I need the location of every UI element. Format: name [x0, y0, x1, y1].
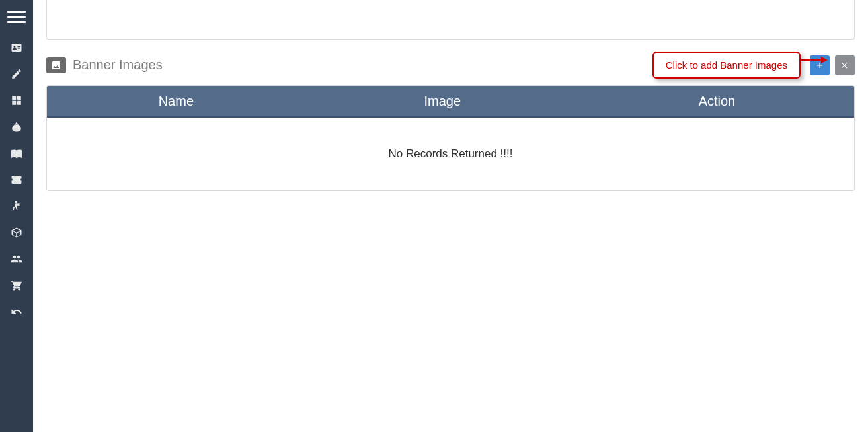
upper-panel-placeholder	[46, 0, 855, 40]
panel-actions: Click to add Banner Images	[652, 52, 855, 79]
svg-point-0	[54, 63, 55, 64]
package-icon	[11, 227, 22, 241]
nav-list	[0, 36, 33, 326]
id-card-icon	[11, 42, 22, 56]
close-icon	[840, 59, 849, 72]
sidebar-item-book[interactable]	[0, 141, 33, 168]
column-header-action: Action	[580, 94, 854, 109]
edit-note-icon	[11, 68, 22, 83]
sidebar-item-cart[interactable]	[0, 273, 33, 300]
panel-header: Banner Images Click to add Banner Images	[46, 52, 855, 79]
panel-title-group: Banner Images	[46, 57, 163, 73]
sidebar-item-users[interactable]	[0, 247, 33, 273]
image-icon	[46, 57, 66, 73]
sidebar-item-package[interactable]	[0, 221, 33, 247]
sidebar-item-edit[interactable]	[0, 62, 33, 89]
column-header-name: Name	[47, 94, 305, 109]
main-content: Banner Images Click to add Banner Images	[33, 0, 868, 432]
column-header-image: Image	[305, 94, 580, 109]
sidebar-item-ticket[interactable]	[0, 168, 33, 194]
sidebar-item-card[interactable]	[0, 36, 33, 62]
users-icon	[11, 253, 22, 268]
empty-state-message: No Records Returned !!!!	[388, 147, 512, 161]
callout-tooltip: Click to add Banner Images	[652, 52, 801, 79]
table-header-row: Name Image Action	[47, 86, 854, 118]
sidebar-item-courier[interactable]	[0, 194, 33, 221]
menu-toggle-button[interactable]	[0, 5, 33, 28]
book-icon	[11, 147, 22, 162]
callout-pointer-icon	[800, 56, 828, 64]
undo-icon	[11, 306, 22, 320]
cart-icon	[11, 279, 22, 294]
sidebar-item-grid[interactable]	[0, 89, 33, 115]
table-body: No Records Returned !!!!	[47, 118, 854, 190]
sidebar	[0, 0, 33, 432]
banner-images-table: Name Image Action No Records Returned !!…	[46, 85, 855, 191]
ticket-icon	[11, 174, 22, 188]
sidebar-item-money[interactable]	[0, 115, 33, 141]
table-icon	[11, 94, 22, 109]
callout-wrapper: Click to add Banner Images	[652, 52, 801, 79]
person-carry-icon	[11, 200, 22, 215]
sidebar-item-undo[interactable]	[0, 300, 33, 326]
panel-title: Banner Images	[73, 57, 163, 73]
close-button[interactable]	[835, 55, 855, 75]
money-bag-icon	[11, 121, 22, 135]
